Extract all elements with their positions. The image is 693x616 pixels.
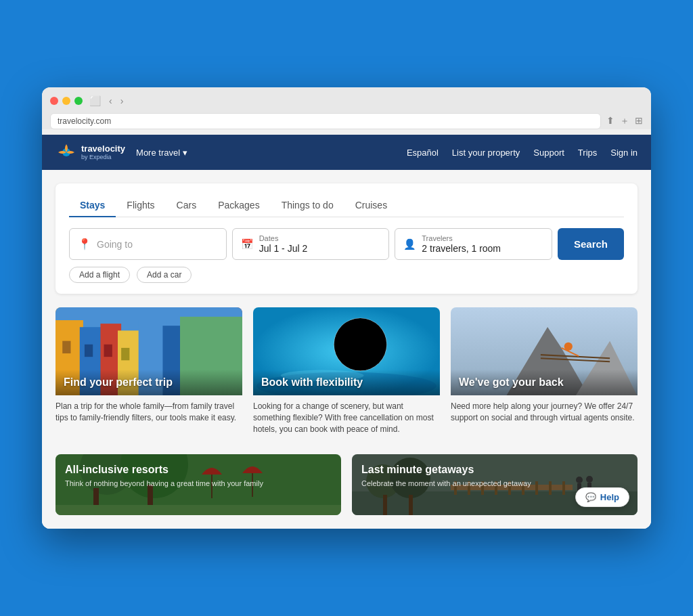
bottom-card-resorts[interactable]: All-inclusive resorts Think of nothing b… [55, 454, 341, 515]
tab-cruises[interactable]: Cruises [344, 194, 398, 217]
dot-maximize[interactable] [74, 97, 83, 105]
address-bar[interactable]: travelocity.com [50, 113, 601, 129]
search-tabs: Stays Flights Cars Packages Things to do… [69, 194, 624, 217]
nav-left: travelocity by Expedia More travel ▾ [55, 141, 187, 163]
browser-content: travelocity by Expedia More travel ▾ Esp… [42, 135, 651, 529]
bottom-cards-grid: All-inclusive resorts Think of nothing b… [55, 454, 638, 515]
browser-window: ⬜ ‹ › travelocity.com ⬆ ＋ ⊞ [42, 87, 651, 529]
getaways-desc: Celebrate the moment with an unexpected … [361, 479, 628, 488]
dot-minimize[interactable] [62, 97, 70, 105]
nav-support[interactable]: Support [533, 148, 564, 158]
logo[interactable]: travelocity by Expedia [55, 141, 125, 163]
dates-label: Dates [259, 234, 308, 243]
promo-card-flexibility-image: Book with flexibility [253, 307, 440, 395]
dates-value: Jul 1 - Jul 2 [259, 243, 308, 254]
nav-trips[interactable]: Trips [578, 148, 597, 158]
nav-list-property[interactable]: List your property [452, 148, 520, 158]
browser-dots: ⬜ ‹ › [50, 94, 643, 108]
support-card-desc: Need more help along your journey? We of… [451, 395, 638, 429]
nav-right: Español List your property Support Trips… [407, 148, 638, 158]
help-button[interactable]: 💬 Help [575, 487, 629, 507]
resorts-title: All-inclusive resorts [65, 464, 332, 476]
logo-sub: by Expedia [81, 154, 125, 160]
grid-icon[interactable]: ⊞ [635, 115, 643, 127]
svg-rect-10 [85, 345, 93, 357]
getaways-title: Last minute getaways [361, 464, 628, 476]
add-car-button[interactable]: Add a car [137, 267, 192, 283]
tab-things-to-do[interactable]: Things to do [271, 194, 344, 217]
promo-card-support[interactable]: We've got your back Need more help along… [451, 307, 638, 440]
support-card-title: We've got your back [451, 370, 638, 395]
nav-forward[interactable]: › [118, 94, 127, 108]
add-links: Add a flight Add a car [69, 267, 624, 283]
promo-card-trip[interactable]: Find your perfect trip Plan a trip for t… [55, 307, 242, 440]
nav-espanol[interactable]: Español [407, 148, 439, 158]
browser-nav-btns: ⬜ ‹ › [87, 94, 126, 108]
search-button[interactable]: Search [558, 228, 624, 260]
more-travel-button[interactable]: More travel ▾ [136, 148, 187, 158]
resorts-desc: Think of nothing beyond having a great t… [65, 479, 332, 488]
chevron-down-icon: ▾ [183, 148, 187, 158]
back-button[interactable]: ⬜ [87, 94, 104, 108]
dot-close[interactable] [50, 97, 58, 105]
share-icon[interactable]: ⬆ [606, 115, 614, 127]
svg-rect-11 [104, 345, 112, 357]
svg-rect-12 [121, 348, 129, 360]
flexibility-card-desc: Looking for a change of scenery, but wan… [253, 395, 440, 440]
traveler-icon: 👤 [403, 238, 416, 250]
resorts-content: All-inclusive resorts Think of nothing b… [55, 454, 341, 498]
nav-signin[interactable]: Sign in [610, 148, 638, 158]
help-label: Help [600, 492, 619, 502]
browser-chrome: ⬜ ‹ › travelocity.com ⬆ ＋ ⊞ [42, 87, 651, 129]
browser-actions: ⬆ ＋ ⊞ [606, 115, 643, 127]
flexibility-card-title: Book with flexibility [253, 370, 440, 395]
trip-card-title: Find your perfect trip [55, 370, 242, 395]
tab-packages[interactable]: Packages [207, 194, 270, 217]
travelers-field[interactable]: 👤 Travelers 2 travelers, 1 room [395, 228, 552, 260]
promo-card-support-image: We've got your back [451, 307, 638, 395]
travelers-label: Travelers [422, 234, 501, 243]
tab-stays[interactable]: Stays [69, 194, 116, 217]
promo-cards-grid: Find your perfect trip Plan a trip for t… [55, 307, 638, 440]
promo-card-trip-image: Find your perfect trip [55, 307, 242, 395]
tab-cars[interactable]: Cars [166, 194, 208, 217]
location-icon: 📍 [78, 238, 91, 250]
add-flight-button[interactable]: Add a flight [69, 267, 130, 283]
tab-flights[interactable]: Flights [116, 194, 165, 217]
search-container: Stays Flights Cars Packages Things to do… [55, 183, 638, 294]
dates-field[interactable]: 📅 Dates Jul 1 - Jul 2 [232, 228, 390, 260]
new-tab-icon[interactable]: ＋ [620, 115, 629, 127]
browser-toolbar: travelocity.com ⬆ ＋ ⊞ [50, 113, 643, 129]
trip-card-desc: Plan a trip for the whole family—from fa… [55, 395, 242, 429]
site-nav: travelocity by Expedia More travel ▾ Esp… [42, 135, 651, 170]
travelers-value: 2 travelers, 1 room [422, 243, 501, 254]
logo-name: travelocity [81, 144, 125, 154]
logo-icon [55, 141, 77, 163]
svg-point-18 [334, 318, 387, 371]
going-to-field[interactable]: 📍 Going to [69, 228, 227, 260]
search-row: 📍 Going to 📅 Dates Jul 1 - Jul 2 👤 [69, 228, 624, 260]
help-icon: 💬 [585, 492, 596, 502]
main-content: Stays Flights Cars Packages Things to do… [42, 170, 651, 529]
calendar-icon: 📅 [241, 238, 254, 250]
svg-rect-9 [62, 341, 70, 353]
going-to-placeholder: Going to [97, 239, 133, 250]
promo-card-flexibility[interactable]: Book with flexibility Looking for a chan… [253, 307, 440, 440]
nav-back[interactable]: ‹ [106, 94, 115, 108]
